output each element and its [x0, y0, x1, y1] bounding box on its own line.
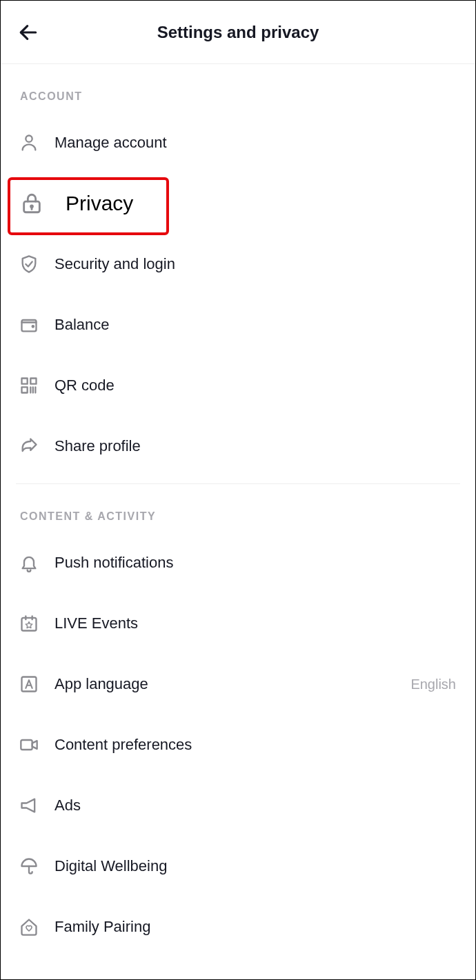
svg-rect-16 — [22, 677, 37, 692]
svg-marker-19 — [32, 741, 37, 749]
item-ads[interactable]: Ads — [16, 775, 460, 836]
section-title-content-activity: CONTENT & ACTIVITY — [16, 484, 460, 532]
item-share-profile[interactable]: Share profile — [16, 416, 460, 477]
language-a-icon — [19, 674, 39, 694]
back-arrow-icon — [17, 21, 39, 43]
page-title: Settings and privacy — [157, 23, 319, 42]
item-security-login[interactable]: Security and login — [16, 234, 460, 294]
bell-icon — [19, 552, 39, 573]
megaphone-icon — [19, 795, 39, 816]
item-balance[interactable]: Balance — [16, 294, 460, 355]
wallet-icon — [19, 314, 39, 335]
item-push-notifications[interactable]: Push notifications — [16, 532, 460, 593]
item-live-events[interactable]: LIVE Events — [16, 593, 460, 654]
label-manage-account: Manage account — [54, 134, 460, 152]
item-qr-code[interactable]: QR code — [16, 355, 460, 416]
label-qr-code: QR code — [54, 377, 460, 394]
video-camera-icon — [19, 734, 39, 755]
back-button[interactable] — [16, 20, 41, 45]
label-content-preferences: Content preferences — [54, 736, 460, 754]
value-app-language: English — [410, 677, 456, 692]
label-app-language: App language — [54, 675, 410, 693]
item-manage-account[interactable]: Manage account — [16, 112, 460, 173]
label-live-events: LIVE Events — [54, 614, 460, 632]
label-push-notifications: Push notifications — [54, 554, 460, 572]
svg-rect-7 — [22, 379, 28, 384]
shield-check-icon — [19, 254, 39, 274]
qr-code-icon — [19, 375, 39, 396]
person-icon — [19, 132, 39, 153]
item-content-preferences[interactable]: Content preferences — [16, 714, 460, 775]
item-family-pairing[interactable]: Family Pairing — [16, 897, 460, 957]
svg-rect-9 — [22, 387, 28, 392]
svg-point-1 — [26, 136, 32, 142]
label-balance: Balance — [54, 316, 460, 334]
svg-rect-8 — [30, 379, 36, 384]
item-digital-wellbeing[interactable]: Digital Wellbeing — [16, 836, 460, 897]
section-title-account: ACCOUNT — [16, 64, 460, 112]
share-arrow-icon — [19, 436, 39, 457]
label-family-pairing: Family Pairing — [54, 918, 460, 936]
header: Settings and privacy — [1, 1, 475, 64]
umbrella-icon — [19, 856, 39, 877]
home-heart-icon — [19, 917, 39, 937]
label-digital-wellbeing: Digital Wellbeing — [54, 857, 460, 875]
lock-icon — [20, 192, 43, 215]
label-ads: Ads — [54, 797, 460, 814]
item-app-language[interactable]: App language English — [16, 654, 460, 714]
calendar-star-icon — [19, 613, 39, 634]
content: ACCOUNT Manage account Privacy — [1, 64, 475, 957]
label-security-login: Security and login — [54, 255, 460, 273]
label-privacy: Privacy — [66, 192, 460, 215]
svg-rect-18 — [21, 740, 32, 750]
svg-rect-13 — [22, 618, 37, 631]
item-privacy[interactable]: Privacy — [16, 173, 460, 234]
svg-point-6 — [32, 326, 34, 327]
label-share-profile: Share profile — [54, 437, 460, 455]
